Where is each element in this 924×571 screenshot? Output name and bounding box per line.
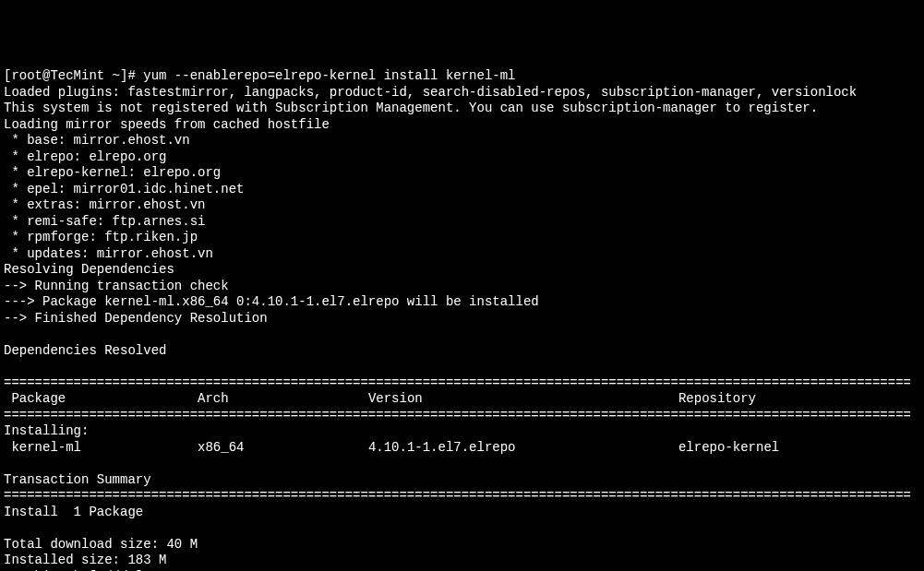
pkg-version: 4.10.1-1.el7.elrepo bbox=[368, 440, 516, 455]
finished-resolution: --> Finished Dependency Resolution bbox=[4, 311, 268, 326]
download-size: Total download size: 40 M bbox=[4, 537, 198, 552]
terminal-output[interactable]: [root@TecMint ~]# yum --enablerepo=elrep… bbox=[4, 68, 920, 571]
mirror-line: * elrepo-kernel: elrepo.org bbox=[4, 165, 221, 180]
plugins-line: Loaded plugins: fastestmirror, langpacks… bbox=[4, 85, 857, 100]
package-install-line: ---> Package kernel-ml.x86_64 0:4.10.1-1… bbox=[4, 294, 539, 309]
resolving-deps: Resolving Dependencies bbox=[4, 262, 174, 277]
separator-line: ========================================… bbox=[4, 408, 911, 422]
prompt-user-host: [root@TecMint ~]# bbox=[4, 68, 136, 83]
mirror-line: * remi-safe: ftp.arnes.si bbox=[4, 214, 205, 229]
install-count: Install 1 Package bbox=[4, 505, 143, 519]
separator-line: ========================================… bbox=[4, 375, 911, 390]
installed-size: Installed size: 183 M bbox=[4, 553, 166, 567]
separator-line: ========================================… bbox=[4, 488, 911, 503]
mirror-line: * elrepo: elrepo.org bbox=[4, 149, 166, 164]
mirror-line: * updates: mirror.ehost.vn bbox=[4, 246, 213, 261]
subscription-line: This system is not registered with Subsc… bbox=[4, 101, 818, 115]
transaction-summary: Transaction Summary bbox=[4, 472, 151, 487]
col-header-arch: Arch bbox=[198, 391, 229, 406]
mirror-line: * epel: mirror01.idc.hinet.net bbox=[4, 182, 244, 196]
command-text: yum --enablerepo=elrepo-kernel install k… bbox=[143, 68, 515, 83]
mirror-line: * extras: mirror.ehost.vn bbox=[4, 197, 205, 212]
installing-label: Installing: bbox=[4, 423, 89, 438]
col-header-package: Package bbox=[4, 391, 66, 406]
deps-resolved-header: Dependencies Resolved bbox=[4, 343, 166, 358]
pkg-name: kernel-ml bbox=[4, 440, 81, 455]
mirror-line: * base: mirror.ehost.vn bbox=[4, 133, 190, 148]
col-header-repository: Repository bbox=[678, 391, 756, 406]
transaction-check: --> Running transaction check bbox=[4, 279, 229, 293]
mirror-line: * rpmforge: ftp.riken.jp bbox=[4, 230, 198, 244]
col-header-version: Version bbox=[368, 391, 423, 406]
pkg-repo: elrepo-kernel bbox=[678, 440, 779, 455]
loading-mirrors-line: Loading mirror speeds from cached hostfi… bbox=[4, 117, 330, 132]
pkg-arch: x86_64 bbox=[198, 440, 244, 455]
